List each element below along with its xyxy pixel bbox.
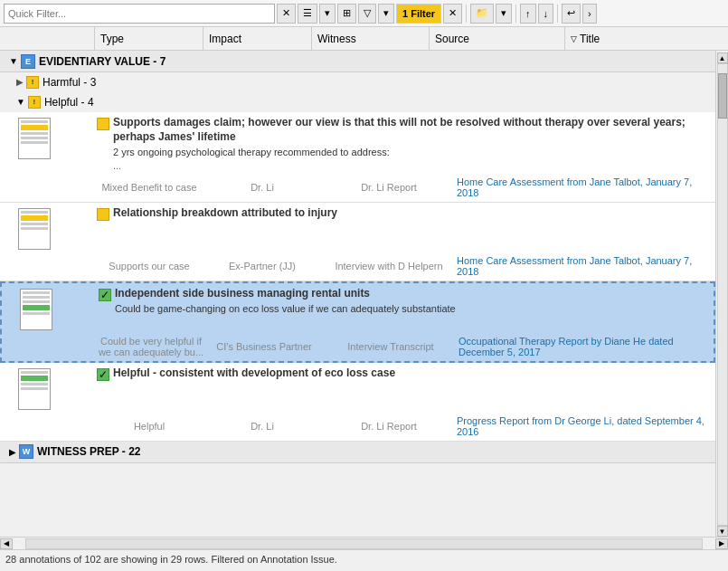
scroll-thumb[interactable] (718, 73, 727, 119)
expand-harmful-arrow[interactable]: ▶ (16, 77, 24, 87)
ann4-type: Helpful (95, 421, 203, 432)
ann2-meta: Supports our case Ex-Partner (JJ) Interv… (0, 253, 715, 281)
ann3-checkbox[interactable]: ✓ (99, 289, 111, 301)
toolbar: ✕ ☰ ▾ ⊞ ▽ ▾ 1 Filter ✕ 📁 ▾ ↑ ↓ ↩ › (0, 0, 728, 27)
col-header-impact[interactable]: Impact (203, 27, 312, 50)
horizontal-scrollbar[interactable]: ◀ ▶ (0, 537, 728, 549)
annotation-row-1: Supports damages claim; however our view… (0, 112, 715, 203)
category-row-evidentiary: ▼ E EVIDENTIARY VALUE - 7 (0, 51, 715, 72)
export-button[interactable]: ↑ (520, 4, 536, 24)
thumb-line3 (21, 137, 48, 139)
helpful-label: Helpful - 4 (44, 96, 94, 109)
ann3-type: Could be very helpful if we can adequate… (97, 336, 205, 357)
subcategory-harmful[interactable]: ▶ ! Harmful - 3 (0, 72, 715, 92)
import-button[interactable]: ↓ (538, 4, 554, 24)
split-view-button[interactable]: ⊞ (337, 4, 356, 24)
subcategory-helpful[interactable]: ▼ ! Helpful - 4 (0, 92, 715, 112)
collapse-helpful-arrow[interactable]: ▼ (16, 97, 25, 107)
expand-witness-arrow[interactable]: ▶ (9, 447, 16, 457)
list-view-button[interactable]: ☰ (298, 4, 317, 24)
filter-button[interactable]: ▽ (358, 4, 376, 24)
folder-button[interactable]: 📁 (470, 4, 494, 24)
filter-dropdown-button[interactable]: ▾ (378, 4, 394, 24)
ann1-title: Supports damages claim; however our view… (113, 116, 714, 144)
vertical-scrollbar[interactable]: ▲ ▼ (715, 51, 728, 537)
ann3-left (4, 287, 99, 330)
import-icon: ↓ (544, 8, 549, 19)
h-scroll-track[interactable] (25, 538, 703, 549)
content-wrapper: ▼ E EVIDENTIARY VALUE - 7 ▶ ! Harmful - … (0, 51, 728, 537)
harmful-label: Harmful - 3 (43, 76, 96, 89)
ann4-source-title: Progress Report from Dr George Li, dated… (457, 415, 714, 437)
thumb-line-d (21, 227, 48, 230)
ann1-left (2, 116, 97, 159)
ann1-ellipsis: ... (113, 160, 714, 171)
ann1-body: 2 yrs ongoing psychological therapy reco… (113, 146, 714, 159)
ann3-meta: Could be very helpful if we can adequate… (2, 334, 714, 361)
col-header-witness[interactable]: Witness (312, 27, 430, 50)
export-icon: ↑ (525, 8, 531, 19)
ann1-source-title: Home Care Assessment from Jane Talbot, J… (457, 176, 714, 198)
tree-area: ▼ E EVIDENTIARY VALUE - 7 ▶ ! Harmful - … (0, 51, 715, 537)
ann4-meta: Helpful Dr. Li Dr. Li Report Progress Re… (0, 414, 715, 441)
ann3-source: Interview Transcript (323, 341, 459, 352)
ann2-source: Interview with D Helpern (321, 261, 457, 271)
thumb-line-e (23, 291, 50, 294)
scroll-right-button[interactable]: ▶ (715, 538, 728, 549)
ann2-main: Relationship breakdown attributed to inj… (0, 203, 715, 253)
filter-badge: 1 Filter (396, 4, 441, 24)
column-headers: Type Impact Witness Source ▽ Title (0, 27, 728, 51)
ann2-checkbox[interactable] (97, 208, 109, 221)
separator3 (557, 5, 558, 23)
thumb-line-k (21, 387, 48, 390)
scroll-up-button[interactable]: ▲ (717, 52, 728, 63)
annotation-row-3: ✓ Independent side business managing ren… (0, 281, 715, 363)
ann3-thumb (20, 289, 52, 330)
thumb-line-a (21, 211, 48, 214)
ann3-body: Could be game-changing on eco loss value… (115, 302, 712, 316)
harmful-icon: ! (26, 76, 39, 89)
collapse-evidentiary-arrow[interactable]: ▼ (9, 56, 18, 66)
clear-filter-button[interactable]: ✕ (277, 4, 296, 24)
col-header-source[interactable]: Source (430, 27, 565, 50)
chevron-down-icon: ▾ (325, 7, 330, 19)
undo-button[interactable]: ↩ (562, 4, 581, 24)
status-bar: 28 annotations of 102 are showing in 29 … (0, 549, 728, 567)
evidentiary-icon: E (21, 54, 35, 69)
col-header-title[interactable]: ▽ Title (565, 27, 728, 50)
ann2-type: Supports our case (95, 261, 203, 271)
ann1-text: Supports damages claim; however our view… (113, 116, 714, 171)
ann2-thumb (18, 208, 51, 250)
chevron-down-icon3: ▾ (501, 7, 506, 19)
ann3-witness: CI's Business Partner (205, 341, 323, 352)
ann1-checkbox[interactable] (97, 118, 109, 130)
thumb-line (21, 120, 48, 123)
folder-dropdown-button[interactable]: ▾ (496, 4, 512, 24)
evidentiary-label: EVIDENTIARY VALUE - 7 (39, 55, 165, 68)
ann1-type: Mixed Benefit to case (95, 182, 203, 193)
separator1 (466, 5, 467, 23)
ann1-source: Dr. Li Report (321, 182, 457, 193)
ann3-title: Independent side business managing renta… (115, 287, 712, 301)
more-button[interactable]: › (582, 4, 597, 24)
annotation-row-4: ✓ Helpful - consistent with development … (0, 363, 715, 442)
split-icon: ⊞ (343, 7, 351, 19)
ann2-text: Relationship breakdown attributed to inj… (113, 206, 714, 221)
ann2-witness: Ex-Partner (JJ) (203, 261, 321, 271)
list-icon: ☰ (303, 7, 312, 19)
scroll-track[interactable] (717, 63, 728, 526)
witness-icon: W (19, 444, 33, 459)
thumb-line-f (23, 296, 50, 299)
bottom-spacer (0, 463, 715, 518)
separator2 (515, 5, 516, 23)
col-header-type[interactable]: Type (95, 27, 203, 50)
thumb-line-h (23, 312, 50, 315)
ann4-checkbox[interactable]: ✓ (97, 368, 109, 381)
scroll-left-button[interactable]: ◀ (0, 538, 13, 549)
clear-all-filter-button[interactable]: ✕ (443, 4, 462, 24)
ann4-text: Helpful - consistent with development of… (113, 366, 714, 381)
quick-filter-input[interactable] (4, 4, 275, 24)
scroll-down-button[interactable]: ▼ (717, 526, 728, 537)
dropdown-arrow-btn[interactable]: ▾ (319, 4, 336, 24)
thumb-line2 (21, 132, 48, 135)
